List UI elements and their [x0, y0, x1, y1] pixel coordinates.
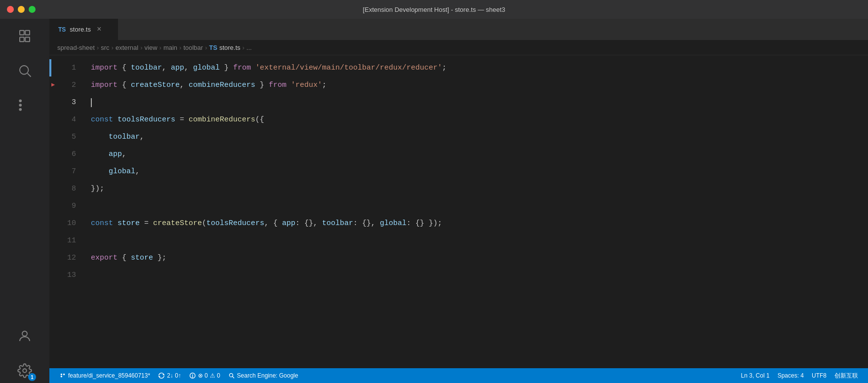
svg-point-6	[19, 100, 21, 102]
code-line-1: import { toolbar , app , global } from '…	[89, 59, 868, 77]
line-num-4: 4	[49, 111, 81, 128]
breadcrumb: spread-sheet › src › external › view › m…	[49, 40, 868, 55]
code-line-13	[89, 267, 868, 284]
main-layout: TS store.ts × spread-sheet › src › exter…	[0, 19, 868, 383]
svg-line-15	[233, 377, 235, 379]
breadcrumb-toolbar[interactable]: toolbar	[183, 44, 203, 51]
title-bar: [Extension Development Host] - store.ts …	[0, 0, 868, 19]
traffic-lights	[7, 6, 36, 13]
line-num-6: 6	[49, 146, 81, 163]
text-cursor	[91, 98, 92, 107]
minimize-button[interactable]	[18, 6, 25, 13]
svg-rect-1	[20, 38, 24, 42]
code-line-7: global ,	[89, 163, 868, 180]
activity-bar	[0, 19, 49, 383]
svg-point-8	[19, 109, 21, 111]
warning-count: ⚠ 0	[210, 372, 220, 379]
activity-settings[interactable]	[12, 358, 37, 383]
code-line-6: app ,	[89, 146, 868, 163]
line-num-10: 10	[49, 215, 81, 232]
svg-point-14	[229, 374, 233, 377]
breadcrumb-external[interactable]: external	[116, 44, 138, 51]
brand-label: 创新互联	[834, 372, 858, 380]
status-position[interactable]: Ln 3, Col 1	[737, 368, 774, 383]
status-brand: 创新互联	[830, 368, 862, 383]
code-line-2: import { createStore , combineReducers }…	[89, 77, 868, 94]
breadcrumb-view[interactable]: view	[145, 44, 158, 51]
svg-rect-0	[20, 31, 24, 35]
code-line-9	[89, 197, 868, 215]
tab-lang-label: TS	[58, 26, 66, 33]
breadcrumb-src[interactable]: src	[101, 44, 109, 51]
svg-point-4	[20, 66, 29, 75]
code-line-3	[89, 94, 868, 111]
line-num-13: 13	[49, 267, 81, 284]
indent-label: Spaces: 4	[778, 372, 804, 379]
encoding-label: UTF8	[812, 372, 827, 379]
breadcrumb-spread-sheet[interactable]: spread-sheet	[57, 44, 95, 51]
breadcrumb-ellipsis[interactable]: ...	[246, 44, 252, 51]
line-num-12: 12	[49, 249, 81, 267]
svg-point-9	[22, 331, 27, 336]
close-button[interactable]	[7, 6, 14, 13]
tab-bar: TS store.ts ×	[49, 19, 868, 40]
activity-account[interactable]	[12, 324, 37, 348]
line-num-9: 9	[49, 197, 81, 215]
svg-point-13	[192, 377, 193, 377]
code-line-4: const toolsReducers = combineReducers ({	[89, 111, 868, 128]
tab-close-button[interactable]: ×	[97, 25, 102, 34]
status-branch[interactable]: feature/di_service_859460713*	[55, 368, 154, 383]
cursor-position: Ln 3, Col 1	[741, 372, 770, 379]
status-sync[interactable]: 2↓ 0↑	[154, 368, 185, 383]
window-title: [Extension Development Host] - store.ts …	[363, 6, 505, 13]
breadcrumb-ts-label: TS	[209, 44, 218, 51]
search-engine-label: Search Engine: Google	[237, 372, 298, 379]
error-count: ⊗ 0	[198, 372, 208, 379]
line-num-1: 1	[49, 59, 81, 77]
svg-point-10	[23, 369, 27, 373]
tab-filename: store.ts	[70, 26, 91, 33]
branch-name: feature/di_service_859460713*	[68, 372, 150, 379]
code-editor[interactable]: 1 ▶ 2 3 4 5 6 7 8 9 10 11 12 13	[49, 55, 868, 368]
editor-area: TS store.ts × spread-sheet › src › exter…	[49, 19, 868, 383]
code-line-10: const store = createStore ( toolsReducer…	[89, 215, 868, 232]
code-line-5: toolbar ,	[89, 128, 868, 146]
svg-line-5	[28, 74, 31, 77]
activity-extensions[interactable]	[12, 93, 37, 117]
line-num-8: 8	[49, 180, 81, 197]
line-num-7: 7	[49, 163, 81, 180]
line-num-11: 11	[49, 232, 81, 249]
editor-tab[interactable]: TS store.ts ×	[49, 19, 118, 40]
breadcrumb-main[interactable]: main	[163, 44, 177, 51]
breadcrumb-store-ts[interactable]: store.ts	[219, 44, 240, 51]
status-bar: feature/di_service_859460713* 2↓ 0↑ ⊗ 0 …	[49, 368, 868, 383]
svg-rect-3	[25, 38, 30, 42]
sync-status: 2↓ 0↑	[167, 372, 181, 379]
status-spaces[interactable]: Spaces: 4	[774, 368, 808, 383]
line-num-5: 5	[49, 128, 81, 146]
activity-explorer[interactable]	[12, 24, 37, 48]
code-line-12: export { store };	[89, 249, 868, 267]
status-errors[interactable]: ⊗ 0 ⚠ 0	[185, 368, 224, 383]
svg-point-7	[19, 104, 21, 106]
line-num-2: ▶ 2	[49, 77, 81, 94]
line-numbers: 1 ▶ 2 3 4 5 6 7 8 9 10 11 12 13	[49, 59, 89, 368]
svg-rect-2	[25, 31, 30, 35]
status-search-engine[interactable]: Search Engine: Google	[224, 368, 302, 383]
code-line-8: });	[89, 180, 868, 197]
code-content[interactable]: import { toolbar , app , global } from '…	[89, 59, 868, 368]
status-encoding[interactable]: UTF8	[808, 368, 830, 383]
activity-search[interactable]	[12, 58, 37, 83]
line-num-3: 3	[49, 94, 81, 111]
code-line-11	[89, 232, 868, 249]
maximize-button[interactable]	[29, 6, 36, 13]
